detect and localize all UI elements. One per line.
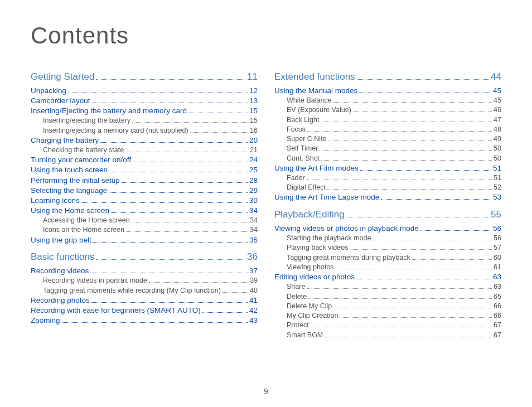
toc-entry[interactable]: Delete My Clip66 (274, 301, 501, 311)
toc-leader-dots (96, 251, 245, 260)
toc-entry-page: 49 (494, 135, 501, 143)
toc-entry[interactable]: Using the Art Film modes51 (274, 163, 501, 173)
toc-entry-page: 34 (250, 226, 258, 234)
toc-leader-dots (311, 321, 492, 327)
toc-columns: Getting Started11Unpacking12Camcorder la… (31, 65, 501, 340)
toc-entry-label: Using the Home screen (31, 206, 109, 215)
toc-entry-page: 34 (250, 216, 258, 224)
toc-entry[interactable]: Performing the initial setup28 (31, 175, 258, 185)
toc-entry-page: 67 (494, 321, 501, 329)
toc-entry-label: Using the Art Film modes (274, 164, 359, 172)
toc-entry[interactable]: Icons on the Home screen34 (31, 225, 258, 235)
toc-entry-page: 41 (249, 296, 258, 304)
toc-entry-page: 48 (494, 125, 501, 133)
toc-entry[interactable]: Turning your camcorder on/off24 (31, 155, 258, 165)
toc-entry-page: 61 (494, 263, 501, 271)
toc-entry[interactable]: Using the Home screen34 (31, 205, 258, 215)
toc-entry-label: Selecting the language (31, 186, 107, 195)
toc-entry[interactable]: Selecting the language29 (31, 185, 258, 195)
toc-entry[interactable]: Recording videos37 (31, 265, 258, 275)
toc-leader-dots (307, 174, 492, 180)
toc-leader-dots (346, 209, 489, 217)
toc-entry-label: Turning your camcorder on/off (31, 156, 131, 164)
toc-entry-label: Inserting/ejecting a memory card (not su… (43, 127, 188, 134)
toc-entry-label: Viewing videos or photos in playback mod… (274, 224, 419, 232)
toc-entry[interactable]: Fader51 (274, 173, 501, 182)
toc-column-right: Extended functions44Using the Manual mod… (274, 65, 501, 340)
toc-entry[interactable]: Basic functions36 (31, 250, 258, 263)
toc-entry-label: Getting Started (31, 71, 94, 83)
toc-leader-dots (81, 196, 248, 203)
toc-entry-page: 57 (494, 244, 501, 251)
toc-entry[interactable]: Recording videos in portrait mode39 (31, 276, 258, 285)
toc-entry[interactable]: Using the Art Time Lapse mode53 (274, 192, 501, 202)
toc-entry[interactable]: White Balance45 (274, 95, 501, 105)
toc-entry[interactable]: Tagging great moments during playback60 (274, 253, 501, 262)
toc-leader-dots (100, 136, 248, 143)
toc-entry-page: 25 (249, 166, 258, 174)
toc-entry[interactable]: Focus48 (274, 124, 501, 134)
toc-entry[interactable]: Editing videos or photos63 (274, 272, 501, 282)
toc-entry[interactable]: EV (Exposure Value)46 (274, 105, 501, 115)
toc-entry[interactable]: Smart BGM67 (274, 330, 501, 340)
toc-entry-label: Recording videos in portrait mode (43, 277, 147, 284)
toc-entry[interactable]: Using the Manual modes45 (274, 85, 501, 95)
toc-entry[interactable]: Zooming43 (31, 315, 258, 325)
toc-entry[interactable]: Tagging great moments while recording (M… (31, 285, 258, 295)
toc-entry[interactable]: Playback/Editing55 (274, 208, 501, 221)
toc-entry-label: Charging the battery (31, 136, 99, 144)
toc-entry[interactable]: Inserting/ejecting the battery15 (31, 116, 258, 125)
toc-entry-label: My Clip Creation (287, 312, 338, 319)
toc-entry[interactable]: Inserting/Ejecting the battery and memor… (31, 106, 258, 116)
toc-entry[interactable]: Back Light47 (274, 115, 501, 124)
toc-entry[interactable]: Recording photos41 (31, 295, 258, 305)
toc-leader-dots (412, 253, 492, 259)
toc-entry[interactable]: Viewing photos61 (274, 262, 501, 272)
toc-entry-page: 15 (250, 117, 258, 124)
toc-leader-dots (307, 283, 492, 289)
toc-entry[interactable]: Playing back videos57 (274, 243, 501, 253)
toc-entry-page: 50 (494, 144, 501, 152)
toc-leader-dots (91, 296, 248, 303)
toc-entry[interactable]: Share63 (274, 282, 501, 292)
toc-entry[interactable]: Super C.Nite49 (274, 134, 501, 143)
toc-entry[interactable]: Unpacking12 (31, 85, 258, 95)
toc-entry-page: 44 (491, 71, 501, 83)
toc-entry[interactable]: Using the touch screen25 (31, 165, 258, 175)
toc-entry[interactable]: Digital Effect52 (274, 183, 501, 192)
toc-entry-page: 46 (494, 106, 501, 114)
toc-leader-dots (149, 277, 248, 283)
toc-entry-label: Protect (287, 321, 309, 329)
toc-entry[interactable]: Camcorder layout13 (31, 95, 258, 105)
toc-entry-page: 52 (494, 183, 501, 191)
toc-entry[interactable]: My Clip Creation66 (274, 311, 501, 320)
toc-entry-page: 55 (491, 209, 501, 220)
toc-entry-label: Inserting/Ejecting the battery and memor… (31, 106, 187, 115)
toc-entry[interactable]: Getting Started11 (31, 70, 258, 83)
toc-leader-dots (320, 144, 492, 151)
toc-entry[interactable]: Charging the battery20 (31, 135, 258, 145)
toc-entry[interactable]: Accessing the Home screen34 (31, 215, 258, 225)
toc-entry-page: 35 (249, 236, 258, 244)
toc-entry-page: 63 (493, 273, 501, 281)
toc-entry[interactable]: Extended functions44 (274, 70, 501, 83)
toc-entry[interactable]: Self Timer50 (274, 144, 501, 153)
toc-entry[interactable]: Viewing videos or photos in playback mod… (274, 223, 501, 233)
toc-entry[interactable]: Protect67 (274, 321, 501, 330)
toc-entry-label: Icons on the Home screen (43, 226, 124, 234)
toc-entry-page: 16 (250, 127, 258, 134)
toc-leader-dots (223, 286, 248, 292)
toc-entry[interactable]: Learning icons30 (31, 195, 258, 205)
toc-entry-label: White Balance (287, 96, 332, 104)
toc-entry[interactable]: Inserting/ejecting a memory card (not su… (31, 125, 258, 135)
toc-entry[interactable]: Checking the battery state21 (31, 145, 258, 154)
toc-entry-page: 13 (249, 96, 258, 105)
toc-entry[interactable]: Recording with ease for beginners (SMART… (31, 305, 258, 315)
toc-entry-label: Using the Manual modes (274, 86, 357, 95)
toc-entry-label: Camcorder layout (31, 96, 90, 105)
toc-entry[interactable]: Delete65 (274, 292, 501, 301)
toc-entry-page: 53 (493, 193, 501, 201)
toc-entry[interactable]: Starting the playback mode56 (274, 233, 501, 243)
toc-entry[interactable]: Using the grip belt35 (31, 235, 258, 245)
toc-entry[interactable]: Cont. Shot50 (274, 153, 501, 163)
